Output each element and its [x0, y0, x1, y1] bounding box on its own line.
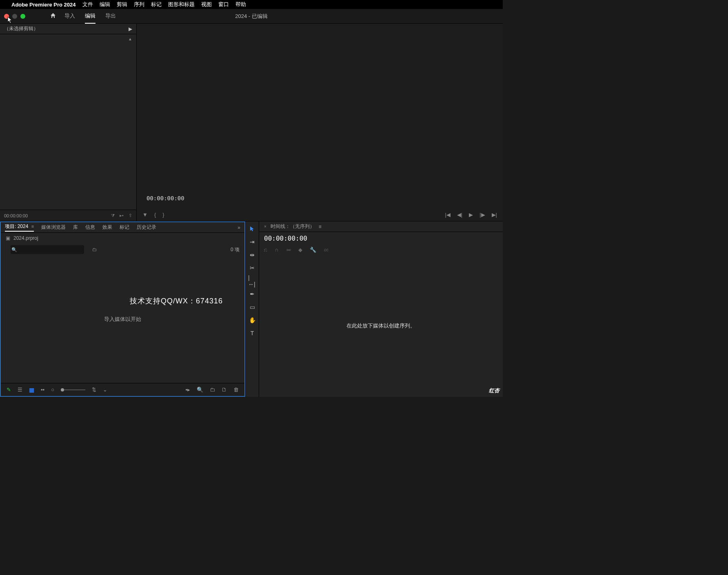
list-view-icon[interactable]: ☰ — [18, 387, 22, 393]
delete-icon[interactable]: 🗑 — [233, 387, 239, 393]
timeline-timecode: 00:00:00:00 — [264, 234, 307, 242]
new-item-icon[interactable]: 🗋 — [222, 387, 227, 393]
pen-icon[interactable]: ✎ — [7, 387, 11, 393]
menu-markers[interactable]: 标记 — [151, 1, 162, 8]
project-panel: 项目: 2024 ≡ 媒体浏览器 库 信息 效果 标记 历史记录 » ▣ 202… — [0, 221, 245, 397]
menu-view[interactable]: 视图 — [201, 1, 212, 8]
hand-tool[interactable]: ✋ — [248, 316, 256, 324]
captions-icon[interactable]: ㏄ — [324, 246, 329, 253]
marker-add-icon[interactable]: ◆ — [298, 247, 302, 253]
source-monitor-panel: （未选择剪辑） ▶ ▲ 00:00:00:00 ⧩ ▸▪ ⇪ — [0, 24, 137, 221]
selection-tool[interactable] — [248, 225, 256, 233]
marker-icon[interactable]: ▼ — [142, 212, 148, 218]
goto-in-icon[interactable]: |◀ — [445, 212, 450, 218]
export-icon[interactable]: ⇪ — [129, 213, 132, 218]
tabs-overflow-icon[interactable]: » — [237, 225, 240, 230]
tab-markers[interactable]: 标记 — [120, 224, 129, 231]
workspace-mode-tabs: 导入 编辑 导出 — [64, 9, 116, 24]
panel-menu-icon[interactable]: ≡ — [319, 224, 322, 230]
program-controls: ▼ { } |◀ ◀| ▶ |▶ ▶| — [137, 208, 503, 221]
search-icon: 🔍 — [11, 247, 17, 252]
step-back-icon[interactable]: ◀| — [457, 212, 462, 218]
find-icon[interactable]: 🔍 — [197, 387, 203, 393]
mac-menubar: Adobe Premiere Pro 2024 文件 编辑 剪辑 序列 标记 图… — [0, 0, 503, 9]
minimize-window-button[interactable] — [12, 14, 17, 19]
slip-tool[interactable]: |↔| — [248, 277, 256, 285]
tab-media-browser[interactable]: 媒体浏览器 — [41, 224, 66, 231]
app-name[interactable]: Adobe Premiere Pro 2024 — [11, 2, 76, 8]
home-icon[interactable] — [50, 12, 56, 20]
source-timecode: 00:00:00:00 — [4, 213, 28, 218]
in-point-icon[interactable]: { — [154, 212, 156, 218]
project-bin-body[interactable]: 导入媒体以开始 — [1, 256, 244, 383]
ripple-edit-tool[interactable]: ⇹ — [248, 251, 256, 259]
timeline-panel: × 时间线：（无序列） ≡ 00:00:00:00 ⎌ ∩ ⫘ ◆ 🔧 ㏄ 在此… — [259, 221, 503, 397]
menu-clip[interactable]: 剪辑 — [117, 1, 127, 8]
play-icon[interactable]: ▶ — [469, 212, 473, 218]
mode-edit[interactable]: 编辑 — [85, 9, 95, 24]
freeform-view-icon[interactable]: ▪▪ — [41, 387, 44, 393]
project-search-input[interactable] — [11, 245, 84, 254]
zoom-dot-icon[interactable]: ○ — [51, 387, 54, 393]
track-select-tool[interactable]: ⇥ — [248, 238, 256, 246]
tab-project[interactable]: 项目: 2024 ≡ — [5, 223, 34, 232]
automate-icon[interactable]: ▪▸ — [185, 387, 190, 393]
project-status: 2024 - 已编辑 — [235, 13, 267, 20]
goto-out-icon[interactable]: ▶| — [492, 212, 497, 218]
source-title: （未选择剪辑） — [4, 25, 38, 32]
mode-export[interactable]: 导出 — [105, 9, 116, 24]
project-panel-tabs: 项目: 2024 ≡ 媒体浏览器 库 信息 效果 标记 历史记录 » — [1, 222, 244, 233]
tab-effects[interactable]: 效果 — [102, 224, 112, 231]
tab-info[interactable]: 信息 — [85, 224, 95, 231]
tab-library[interactable]: 库 — [73, 224, 78, 231]
menu-file[interactable]: 文件 — [82, 1, 93, 8]
tab-history[interactable]: 历史记录 — [137, 224, 156, 231]
source-footer: 00:00:00:00 ⧩ ▸▪ ⇪ — [0, 210, 136, 221]
source-panel-header: （未选择剪辑） ▶ — [0, 24, 136, 34]
thumbnail-size-slider[interactable] — [61, 389, 85, 390]
menu-help[interactable]: 帮助 — [235, 1, 246, 8]
collapse-up-icon[interactable]: ▲ — [128, 37, 132, 41]
source-monitor-body[interactable]: ▲ — [0, 34, 136, 210]
insert-icon[interactable]: ▸▪ — [120, 213, 124, 218]
snap-icon[interactable]: ∩ — [275, 247, 278, 253]
folder-icon: ▣ — [6, 235, 10, 241]
timeline-toolbar: ⎌ ∩ ⫘ ◆ 🔧 ㏄ — [259, 244, 503, 255]
new-bin-icon[interactable]: 🗀 — [92, 247, 97, 252]
close-window-button[interactable] — [4, 14, 9, 19]
out-point-icon[interactable]: } — [162, 212, 164, 218]
pen-tool[interactable]: ✒ — [248, 290, 256, 298]
timeline-timecode-row: 00:00:00:00 — [259, 232, 503, 244]
menu-window[interactable]: 窗口 — [218, 1, 229, 8]
menu-edit[interactable]: 编辑 — [100, 1, 110, 8]
project-file-row: ▣ 2024.prproj — [1, 233, 244, 243]
step-forward-icon[interactable]: |▶ — [479, 212, 485, 218]
window-controls — [4, 14, 25, 19]
app-header: 导入 编辑 导出 2024 - 已编辑 — [0, 9, 503, 24]
panel-menu-icon[interactable]: ≡ — [31, 224, 34, 229]
razor-tool[interactable]: ✂ — [248, 264, 256, 272]
maximize-window-button[interactable] — [20, 14, 25, 19]
sort-icon[interactable]: ⇅ — [92, 387, 96, 393]
filter-icon[interactable]: ⧩ — [111, 213, 115, 218]
project-empty-message: 导入媒体以开始 — [104, 316, 141, 323]
chevron-right-icon[interactable]: ▶ — [129, 26, 132, 32]
program-monitor-body[interactable]: 00:00:00:00 — [137, 24, 503, 208]
rectangle-tool[interactable]: ▭ — [248, 303, 256, 311]
item-count: 0 项 — [231, 246, 240, 253]
menu-graphics[interactable]: 图形和标题 — [168, 1, 195, 8]
program-timecode: 00:00:00:00 — [146, 195, 184, 201]
icon-view-icon[interactable]: ▦ — [29, 387, 34, 393]
chevron-down-icon[interactable]: ⌄ — [103, 387, 107, 393]
settings-wrench-icon[interactable]: 🔧 — [310, 247, 316, 253]
linked-selection-icon[interactable]: ⫘ — [286, 247, 291, 253]
insert-overwrite-icon[interactable]: ⎌ — [264, 247, 267, 253]
corner-logo: 红杏 — [489, 387, 499, 394]
new-bin-button-icon[interactable]: 🗀 — [210, 387, 215, 393]
type-tool[interactable]: T — [248, 329, 256, 337]
timeline-body[interactable]: 在此处放下媒体以创建序列。 — [259, 255, 503, 397]
menu-sequence[interactable]: 序列 — [134, 1, 144, 8]
close-tab-icon[interactable]: × — [264, 224, 266, 229]
mode-import[interactable]: 导入 — [64, 9, 75, 24]
project-search-row: 🔍 🗀 0 项 — [1, 243, 244, 256]
